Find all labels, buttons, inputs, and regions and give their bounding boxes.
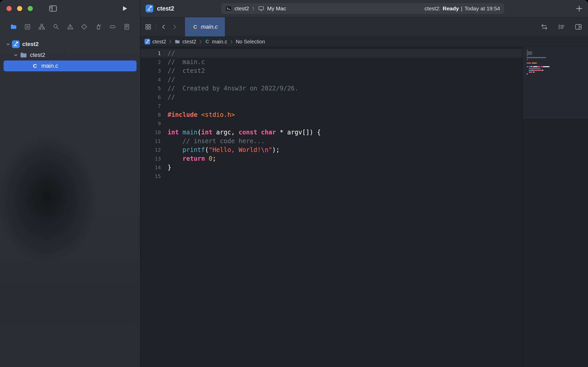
code-line-10[interactable]: 10int main(int argc, const char * argv[]… [140, 128, 522, 137]
breadcrumb-item-main-c[interactable]: Cmain.c [205, 39, 227, 45]
code-line-13[interactable]: 13 return 0; [140, 154, 522, 163]
breadcrumb-label: main.c [212, 39, 227, 45]
scheme-selector[interactable]: ctest2 My Mac [225, 5, 286, 12]
sidebar-toggle-icon[interactable] [49, 5, 57, 12]
related-items-grid-icon[interactable] [145, 23, 152, 30]
tree-item-ctest2[interactable]: ctest2 [0, 39, 140, 50]
line-number[interactable]: 4 [140, 75, 161, 84]
diamond-icon [81, 23, 88, 30]
mac-display-icon [258, 5, 265, 12]
main-area: ctest2 ctest2 [140, 0, 588, 367]
breadcrumb-item-ctest2[interactable]: ctest2 [175, 39, 196, 45]
chevron-spacer [24, 63, 31, 69]
status-separator: | [461, 5, 462, 12]
code-line-text [161, 119, 168, 128]
breadcrumb-item-no-selection[interactable]: No Selection [236, 39, 265, 45]
code-line-6[interactable]: 6// [140, 93, 522, 102]
code-line-text: // insert code here... [161, 137, 265, 146]
minimap[interactable] [522, 47, 588, 367]
code-line-1[interactable]: 1// [140, 49, 522, 58]
code-line-5[interactable]: 5// Created by 4nsw3r on 2022/9/26. [140, 84, 522, 93]
c-file-icon: C [31, 63, 39, 69]
navigator-tab-test-navigator[interactable] [80, 22, 88, 31]
line-number[interactable]: 9 [140, 119, 161, 128]
line-number[interactable]: 6 [140, 93, 161, 102]
navigator-tab-report-navigator[interactable] [123, 22, 131, 31]
minimap-line-6 [527, 59, 585, 60]
line-number[interactable]: 11 [140, 137, 161, 146]
navigator-tab-debug-navigator[interactable] [94, 22, 103, 31]
minimize-button[interactable] [17, 6, 22, 11]
line-number[interactable]: 10 [140, 128, 161, 137]
sidebar: ctest2ctest2Cmain.c [0, 0, 140, 367]
capsule-icon [109, 23, 116, 30]
code-line-8[interactable]: 8#include <stdio.h> [140, 110, 522, 119]
code-line-text: // [161, 93, 175, 102]
code-line-text: // [161, 49, 175, 58]
add-editor-split-icon[interactable] [575, 23, 582, 31]
code-area[interactable]: 1//2// main.c3// ctest24//5// Created by… [140, 47, 522, 367]
minimap-line-13 [527, 72, 585, 73]
line-number[interactable]: 13 [140, 154, 161, 163]
navigator-tab-find-navigator[interactable] [52, 22, 60, 31]
back-chevron-icon[interactable] [160, 24, 167, 30]
activity-status[interactable]: ctest2: Ready | Today at 19:54 [425, 5, 500, 12]
library-add-icon[interactable] [575, 4, 583, 13]
breadcrumb-item-ctest2[interactable]: ctest2 [145, 39, 166, 45]
code-line-text [161, 172, 168, 181]
editor-options-lines-icon[interactable] [557, 23, 565, 31]
tree-item-label: ctest2 [30, 52, 45, 58]
code-line-7[interactable]: 7 [140, 102, 522, 110]
line-number[interactable]: 1 [140, 49, 161, 58]
chevron-right-icon [199, 40, 202, 44]
tree-item-main-c[interactable]: Cmain.c [4, 60, 137, 71]
code-line-2[interactable]: 2// main.c [140, 58, 522, 66]
code-line-12[interactable]: 12 printf("Hello, World!\n"); [140, 146, 522, 154]
chevron-down-icon[interactable] [5, 41, 12, 47]
code-line-15[interactable]: 15 [140, 172, 522, 181]
line-number[interactable]: 3 [140, 66, 161, 75]
navigator-tab-symbol-navigator[interactable] [38, 22, 46, 31]
code-line-text: printf("Hello, World!\n"); [161, 146, 280, 154]
x-square-icon [24, 23, 31, 30]
warning-icon [67, 23, 74, 30]
line-number[interactable]: 5 [140, 84, 161, 93]
folder-icon [20, 51, 27, 59]
code-line-9[interactable]: 9 [140, 119, 522, 128]
minimap-line-9 [527, 64, 585, 65]
line-number[interactable]: 2 [140, 58, 161, 66]
line-number[interactable]: 8 [140, 110, 161, 119]
status-state: Ready [443, 5, 459, 12]
line-number[interactable]: 15 [140, 172, 161, 181]
forward-chevron-icon[interactable] [171, 24, 178, 30]
code-line-text: // main.c [161, 58, 205, 66]
tree-item-ctest2[interactable]: ctest2 [0, 50, 140, 60]
chevron-down-icon[interactable] [13, 52, 20, 58]
code-line-3[interactable]: 3// ctest2 [140, 66, 522, 75]
breadcrumb: ctest2ctest2Cmain.cNo Selection [140, 37, 588, 47]
minimap-line-11 [527, 68, 585, 69]
divider [156, 23, 156, 30]
code-line-11[interactable]: 11 // insert code here... [140, 137, 522, 146]
search-icon [52, 23, 59, 30]
navigator-tab-source-control-navigator[interactable] [24, 22, 32, 31]
close-button[interactable] [6, 6, 12, 11]
navigator-tab-issue-navigator[interactable] [66, 22, 74, 31]
code-line-14[interactable]: 14} [140, 163, 522, 172]
xcode-project-icon [146, 5, 153, 12]
navigator-tab-project-navigator[interactable] [9, 22, 18, 31]
zoom-button[interactable] [28, 6, 33, 11]
report-icon [123, 23, 130, 30]
code-line-text: } [161, 163, 171, 172]
minimap-line-7 [527, 61, 585, 62]
navigator-tab-breakpoint-navigator[interactable] [108, 22, 117, 31]
run-button[interactable] [121, 5, 129, 12]
line-number[interactable]: 7 [140, 102, 161, 110]
minimap-line-1 [527, 50, 585, 51]
line-number[interactable]: 12 [140, 146, 161, 154]
code-line-4[interactable]: 4// [140, 75, 522, 84]
line-number[interactable]: 14 [140, 163, 161, 172]
tab-main-c[interactable]: C main.c [185, 17, 225, 36]
code-review-swap-icon[interactable] [540, 23, 548, 31]
folder-icon [175, 39, 180, 44]
